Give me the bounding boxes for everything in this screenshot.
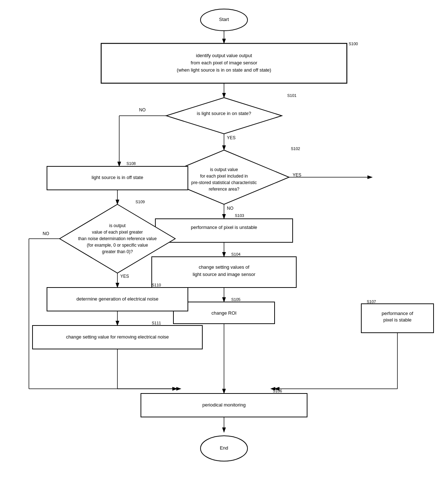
s104-text2: light source and image sensor [193,272,255,277]
s104-text1: change setting values of [199,264,250,270]
end-label: End [220,445,228,451]
s101-no-label: NO [139,107,146,112]
s108-label: S108 [126,161,136,166]
s100-label: S100 [349,42,358,46]
s111-text: change setting value for removing electr… [66,334,169,340]
s102-text1: is output value [210,167,238,172]
s105-label: S105 [231,297,241,302]
s102-no-label: NO [227,206,233,211]
s103-text1: performance of pixel is unstable [191,225,257,230]
s110-label: S110 [152,283,161,287]
s109-yes-label: YES [120,274,129,279]
svg-marker-38 [176,387,181,391]
s100-text-line1: identify output value output [196,53,252,58]
s109-text1: is output [109,223,126,228]
s111-label: S111 [152,321,161,325]
s105-text: change ROI [211,310,236,316]
s109-text5: greater than 0)? [102,249,133,254]
s107-text2: pixel is stable [383,317,412,323]
start-label: Start [219,17,229,22]
s106-text: periodical monitoring [202,402,246,408]
s102-text3: pre-stored statistical characteristic [191,180,257,185]
s102-text2: for each pixel included in [200,174,248,179]
s104-label: S104 [231,252,241,256]
s109-text3: than noise determination reference value [78,236,157,241]
s100-text-line3: (when light source is in on state and of… [177,67,271,73]
s110-text: determine generation of electrical noise [77,296,159,302]
s102-yes-label: YES [293,173,301,178]
s109-label: S109 [135,200,145,204]
s109-text2: value of each pixel greater [92,230,143,235]
svg-rect-13 [155,219,293,242]
s107-text1: performance of [382,311,413,316]
s108-text: light source is in off state [92,175,143,180]
s107-label: S107 [367,299,376,304]
s102-text4: reference area? [209,187,240,192]
s101-yes-label: YES [227,135,236,140]
flowchart-diagram: Start identify output value output from … [0,0,448,481]
s101-label: S101 [287,93,297,98]
s103-label: S103 [235,213,244,218]
s101-text: is light source in on state? [197,111,251,116]
s109-text4: (for example, 0 or specific value [87,243,148,248]
s102-label: S102 [291,146,300,151]
s109-no-label: NO [43,231,49,236]
s100-text-line2: from each pixel of image sensor [191,60,258,65]
